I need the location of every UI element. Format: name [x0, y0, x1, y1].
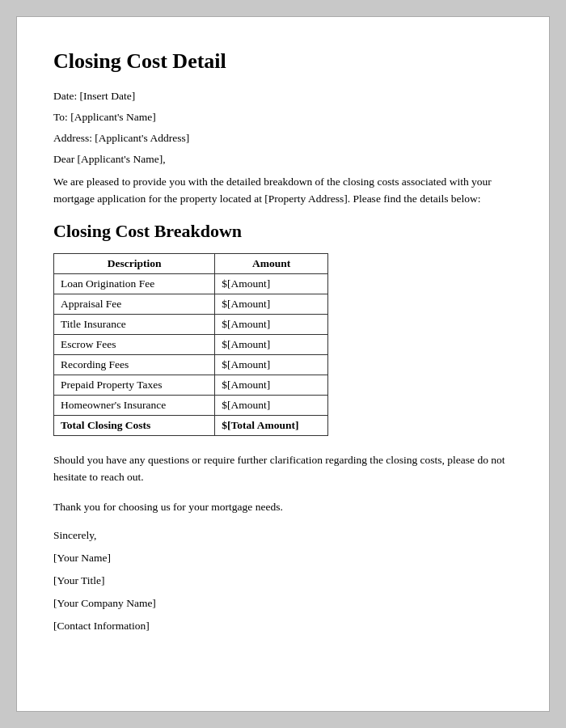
signer-name: [Your Name]	[53, 552, 513, 565]
document-title: Closing Cost Detail	[53, 49, 513, 74]
table-row: Title Insurance$[Amount]	[54, 314, 328, 334]
signer-title: [Your Title]	[53, 574, 513, 587]
table-row: Recording Fees$[Amount]	[54, 354, 328, 375]
row-amount: $[Amount]	[215, 334, 328, 354]
signer-contact: [Contact Information]	[53, 620, 513, 633]
col-header-description: Description	[54, 253, 215, 273]
closing-paragraph-1: Should you have any questions or require…	[53, 452, 513, 486]
row-description: Prepaid Property Taxes	[54, 375, 215, 395]
row-amount: $[Amount]	[215, 314, 328, 334]
table-row: Loan Origination Fee$[Amount]	[54, 273, 328, 294]
breakdown-title: Closing Cost Breakdown	[53, 221, 513, 242]
row-description: Title Insurance	[54, 314, 215, 334]
date-line: Date: [Insert Date]	[53, 90, 513, 103]
total-amount: $[Total Amount]	[215, 415, 328, 435]
table-row: Prepaid Property Taxes$[Amount]	[54, 375, 328, 395]
table-row: Homeowner's Insurance$[Amount]	[54, 395, 328, 415]
row-description: Appraisal Fee	[54, 294, 215, 314]
signature-block: Sincerely, [Your Name] [Your Title] [You…	[53, 529, 513, 633]
row-description: Loan Origination Fee	[54, 273, 215, 294]
row-amount: $[Amount]	[215, 354, 328, 375]
closing-paragraph-2: Thank you for choosing us for your mortg…	[53, 499, 513, 516]
sincerely-line: Sincerely,	[53, 529, 513, 542]
row-description: Homeowner's Insurance	[54, 395, 215, 415]
dear-line: Dear [Applicant's Name],	[53, 153, 513, 166]
row-amount: $[Amount]	[215, 294, 328, 314]
total-label: Total Closing Costs	[54, 415, 215, 435]
document-container: Closing Cost Detail Date: [Insert Date] …	[16, 16, 550, 712]
to-line: To: [Applicant's Name]	[53, 111, 513, 124]
intro-paragraph: We are pleased to provide you with the d…	[53, 174, 513, 208]
signer-company: [Your Company Name]	[53, 597, 513, 610]
table-row: Appraisal Fee$[Amount]	[54, 294, 328, 314]
row-amount: $[Amount]	[215, 395, 328, 415]
row-amount: $[Amount]	[215, 375, 328, 395]
row-description: Recording Fees	[54, 354, 215, 375]
address-line: Address: [Applicant's Address]	[53, 132, 513, 145]
row-amount: $[Amount]	[215, 273, 328, 294]
cost-breakdown-table: Description Amount Loan Origination Fee$…	[53, 253, 328, 436]
total-row: Total Closing Costs$[Total Amount]	[54, 415, 328, 435]
col-header-amount: Amount	[215, 253, 328, 273]
table-row: Escrow Fees$[Amount]	[54, 334, 328, 354]
row-description: Escrow Fees	[54, 334, 215, 354]
